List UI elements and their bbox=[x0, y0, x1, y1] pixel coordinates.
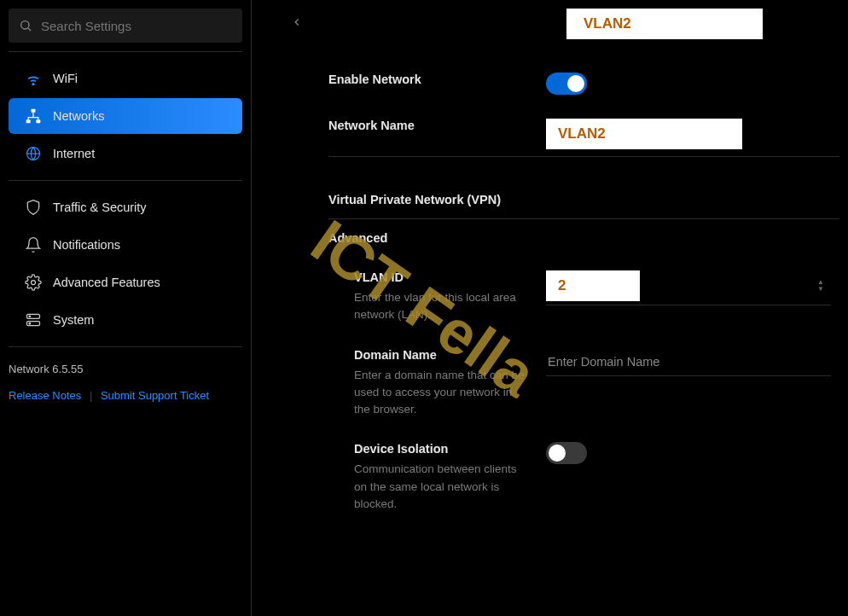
domain-name-label: Domain Name bbox=[354, 348, 529, 362]
domain-name-input[interactable] bbox=[546, 348, 831, 376]
vlan-id-help: Enter the vlan for this local area netwo… bbox=[354, 289, 529, 324]
sidebar-item-notifications[interactable]: Notifications bbox=[9, 227, 242, 263]
chevron-left-icon bbox=[291, 16, 303, 28]
sidebar-item-label: Internet bbox=[53, 147, 95, 160]
domain-name-help: Enter a domain name that can be used to … bbox=[354, 367, 529, 419]
network-name-input[interactable] bbox=[546, 119, 742, 149]
sidebar: WiFi Networks Internet Traffic & Securit… bbox=[0, 0, 252, 616]
sidebar-item-label: Advanced Features bbox=[53, 276, 160, 289]
svg-point-11 bbox=[29, 323, 31, 324]
sidebar-item-label: WiFi bbox=[53, 72, 78, 85]
vlan-id-label: VLAN ID bbox=[354, 270, 529, 284]
enable-network-toggle[interactable] bbox=[546, 73, 587, 95]
shield-icon bbox=[24, 198, 43, 217]
separator: | bbox=[90, 389, 92, 402]
enable-network-label: Enable Network bbox=[328, 73, 529, 86]
sidebar-item-system[interactable]: System bbox=[9, 302, 242, 338]
device-isolation-help: Communication between clients on the sam… bbox=[354, 461, 529, 513]
bell-icon bbox=[24, 235, 43, 254]
vlan-id-stepper[interactable]: ▲ ▼ bbox=[817, 279, 824, 293]
chevron-down-icon[interactable]: ▼ bbox=[817, 286, 824, 293]
search-icon bbox=[19, 19, 32, 32]
network-icon bbox=[24, 107, 43, 125]
vpn-section-header[interactable]: Virtual Private Network (VPN) bbox=[328, 181, 839, 219]
globe-icon bbox=[24, 144, 43, 163]
device-isolation-label: Device Isolation bbox=[354, 442, 529, 456]
search-box[interactable] bbox=[9, 9, 242, 43]
sidebar-item-label: Traffic & Security bbox=[53, 200, 147, 214]
device-isolation-toggle[interactable] bbox=[546, 442, 587, 464]
svg-rect-5 bbox=[36, 119, 40, 123]
back-button[interactable] bbox=[286, 11, 308, 37]
header: VLAN2 bbox=[252, 0, 848, 47]
svg-point-0 bbox=[21, 21, 29, 29]
divider bbox=[9, 51, 242, 52]
system-icon bbox=[24, 311, 43, 329]
sidebar-item-security[interactable]: Traffic & Security bbox=[9, 189, 242, 225]
svg-rect-4 bbox=[26, 119, 31, 123]
sidebar-item-internet[interactable]: Internet bbox=[9, 136, 242, 171]
release-notes-link[interactable]: Release Notes bbox=[9, 389, 81, 402]
sidebar-item-wifi[interactable]: WiFi bbox=[9, 61, 242, 96]
network-name-label: Network Name bbox=[328, 119, 529, 132]
wifi-icon bbox=[24, 69, 43, 88]
svg-point-2 bbox=[32, 84, 34, 85]
gear-icon bbox=[24, 273, 43, 292]
version-text: Network 6.5.55 bbox=[9, 356, 242, 382]
svg-rect-3 bbox=[32, 109, 36, 113]
svg-point-10 bbox=[29, 316, 31, 317]
svg-line-1 bbox=[28, 28, 31, 31]
divider bbox=[9, 346, 242, 347]
search-input[interactable] bbox=[41, 19, 232, 33]
page-title: VLAN2 bbox=[566, 9, 763, 39]
main-panel: VLAN2 Enable Network Network Name Virtua… bbox=[252, 0, 848, 616]
support-ticket-link[interactable]: Submit Support Ticket bbox=[101, 389, 209, 402]
svg-point-7 bbox=[32, 281, 36, 285]
sidebar-item-advanced[interactable]: Advanced Features bbox=[9, 264, 242, 300]
sidebar-item-label: System bbox=[53, 313, 94, 327]
sidebar-item-label: Notifications bbox=[53, 238, 120, 252]
sidebar-item-label: Networks bbox=[53, 109, 104, 123]
advanced-section-header[interactable]: Advanced bbox=[328, 219, 848, 270]
sidebar-item-networks[interactable]: Networks bbox=[9, 98, 242, 134]
divider bbox=[9, 180, 242, 181]
vlan-id-input[interactable] bbox=[546, 270, 640, 301]
